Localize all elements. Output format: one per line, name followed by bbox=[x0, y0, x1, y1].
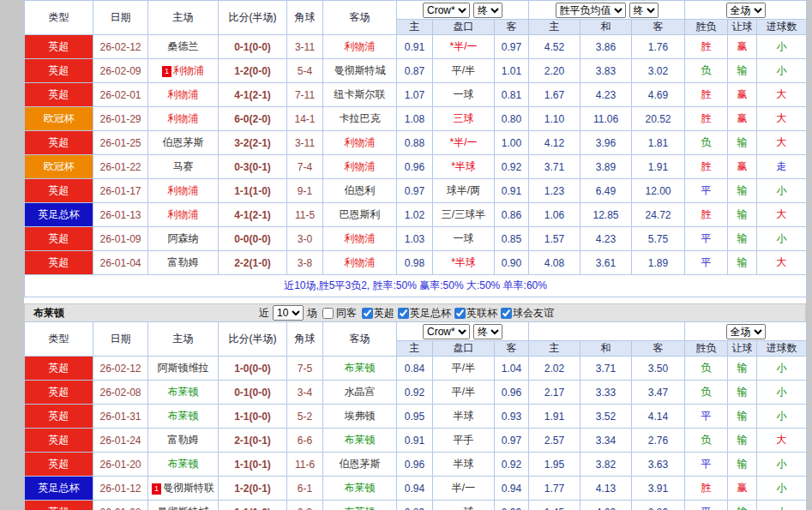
same-away-checkbox[interactable] bbox=[322, 308, 334, 319]
col-corner: 角球 bbox=[287, 322, 323, 357]
league-filter[interactable]: 英超 bbox=[358, 306, 394, 321]
avg-away-odds: 24.72 bbox=[632, 203, 685, 227]
league-badge: 英超 bbox=[25, 131, 93, 155]
avg-select[interactable]: 胜平负均值 bbox=[556, 3, 626, 18]
match-date: 26-01-31 bbox=[93, 405, 148, 429]
col-away: 客场 bbox=[323, 322, 397, 357]
corners: 7-11 bbox=[287, 83, 323, 107]
header-dropdown-row: 类型 日期 主场 比分(半场) 角球 客场 Crow*终 胜平负均值终 全场 bbox=[25, 1, 807, 20]
league-checkbox[interactable] bbox=[454, 308, 466, 319]
odds-away: 0.92 bbox=[495, 155, 529, 179]
odds-home: 0.97 bbox=[397, 179, 433, 203]
match-count-select[interactable]: 10 bbox=[273, 305, 304, 321]
away-team: 利物浦 bbox=[323, 155, 397, 179]
scope-select[interactable]: 全场 bbox=[726, 324, 766, 339]
odds-final-select[interactable]: 终 bbox=[473, 324, 502, 339]
score: 0-3(0-1) bbox=[219, 155, 287, 179]
avg-draw-odds: 4.23 bbox=[580, 83, 632, 107]
col-goals: 进球数 bbox=[757, 20, 807, 35]
col-score: 比分(半场) bbox=[219, 1, 287, 35]
league-filter[interactable]: 球会友谊 bbox=[497, 306, 554, 321]
match-date: 26-02-12 bbox=[93, 35, 148, 59]
odds-home: 1.07 bbox=[397, 83, 433, 107]
team-name: 利物浦 bbox=[168, 184, 199, 196]
team-name: 卡拉巴克 bbox=[340, 112, 381, 124]
league-checkbox[interactable] bbox=[501, 308, 512, 319]
scope-select[interactable]: 全场 bbox=[726, 3, 766, 18]
avg-home-odds: 1.95 bbox=[529, 453, 580, 477]
avg-home-odds: 4.52 bbox=[529, 35, 580, 59]
avg-group-header: 胜平负均值终 bbox=[529, 1, 685, 20]
bookmaker-select[interactable]: Crow* bbox=[423, 324, 470, 339]
handicap: *半/一 bbox=[433, 35, 495, 59]
avg-home-odds: 1.23 bbox=[529, 179, 580, 203]
result-wdl: 负 bbox=[685, 357, 728, 381]
league-filter-label: 英足总杯 bbox=[410, 306, 451, 321]
avg-final-select[interactable]: 终 bbox=[629, 3, 659, 18]
away-team: 利物浦 bbox=[323, 251, 397, 275]
avg-home-odds: 4.08 bbox=[529, 251, 580, 275]
result-handicap: 输 bbox=[728, 453, 757, 477]
league-badge: 欧冠杯 bbox=[25, 155, 93, 179]
odds-away: 0.93 bbox=[495, 405, 529, 429]
avg-draw-odds: 3.61 bbox=[580, 251, 632, 275]
league-badge: 英足总杯 bbox=[25, 477, 93, 501]
odds-home: 0.96 bbox=[397, 453, 433, 477]
match-date: 26-01-12 bbox=[93, 477, 148, 501]
bookmaker-select[interactable]: Crow* bbox=[423, 3, 470, 18]
league-badge: 英超 bbox=[25, 251, 93, 275]
team-name: 布莱顿 bbox=[345, 362, 376, 374]
away-team: 伯恩利 bbox=[323, 179, 397, 203]
avg-away-odds: 2.76 bbox=[632, 429, 685, 453]
team-name: 利物浦 bbox=[168, 112, 199, 124]
avg-home-odds: 4.12 bbox=[529, 131, 580, 155]
team-name: 利物浦 bbox=[168, 208, 199, 220]
match-date: 26-02-12 bbox=[93, 357, 148, 381]
score: 0-0(0-0) bbox=[219, 227, 287, 251]
match-date: 26-01-08 bbox=[93, 501, 148, 510]
league-checkbox[interactable] bbox=[362, 308, 373, 319]
result-goals: 大 bbox=[757, 429, 807, 453]
result-goals: 小 bbox=[757, 357, 807, 381]
avg-draw-odds: 3.86 bbox=[580, 35, 632, 59]
col-type: 类型 bbox=[25, 322, 93, 357]
match-row: 英超26-02-01利物浦4-1(2-1)7-11纽卡斯尔联1.07一球0.81… bbox=[25, 83, 807, 107]
away-team: 布莱顿 bbox=[323, 429, 397, 453]
league-filter[interactable]: 英足总杯 bbox=[394, 306, 451, 321]
team-name: 布莱顿 bbox=[168, 386, 199, 398]
handicap: 平/半 bbox=[433, 59, 495, 83]
league-badge: 英超 bbox=[25, 59, 93, 83]
col-handicap: 盘口 bbox=[433, 20, 495, 35]
odds-final-select[interactable]: 终 bbox=[473, 3, 502, 18]
col-odds-away: 客 bbox=[495, 20, 529, 35]
result-wdl: 负 bbox=[685, 131, 728, 155]
team-name: 利物浦 bbox=[345, 40, 376, 52]
odds-away: 0.97 bbox=[495, 35, 529, 59]
corners: 3-8 bbox=[287, 251, 323, 275]
match-row: 英超26-01-25伯恩茅斯3-2(2-1)3-11利物浦0.88*半/一1.0… bbox=[25, 131, 807, 155]
odds-home: 0.95 bbox=[397, 405, 433, 429]
result-goals: 小 bbox=[757, 453, 807, 477]
match-date: 26-01-22 bbox=[93, 155, 148, 179]
league-badge: 欧冠杯 bbox=[25, 107, 93, 131]
league-badge: 英超 bbox=[25, 501, 93, 510]
handicap: 一球 bbox=[433, 501, 495, 510]
odds-home: 0.89 bbox=[397, 501, 433, 510]
match-row: 英超26-02-08布莱顿0-1(0-0)3-4水晶宫0.92平/半0.962.… bbox=[25, 381, 807, 405]
league-filter[interactable]: 英联杯 bbox=[451, 306, 497, 321]
league-checkbox[interactable] bbox=[398, 308, 409, 319]
col-avg-draw: 和 bbox=[580, 20, 632, 35]
odds-away: 0.81 bbox=[495, 83, 529, 107]
match-date: 26-02-01 bbox=[93, 83, 148, 107]
away-team: 布莱顿 bbox=[323, 501, 397, 510]
league-filter-label: 球会友谊 bbox=[513, 306, 554, 321]
corners: 3-0 bbox=[287, 227, 323, 251]
avg-away-odds: 1.76 bbox=[632, 35, 685, 59]
odds-home: 0.98 bbox=[397, 251, 433, 275]
result-handicap: 输 bbox=[728, 203, 757, 227]
score: 1-1(1-0) bbox=[219, 179, 287, 203]
avg-away-odds: 4.14 bbox=[632, 405, 685, 429]
avg-draw-odds: 3.89 bbox=[580, 155, 632, 179]
header-dropdown-row: 类型 日期 主场 比分(半场) 角球 客场 Crow*终 全场 bbox=[25, 322, 807, 341]
match-row: 英超26-02-091利物浦1-2(0-0)5-4曼彻斯特城0.87平/半1.0… bbox=[25, 59, 807, 83]
